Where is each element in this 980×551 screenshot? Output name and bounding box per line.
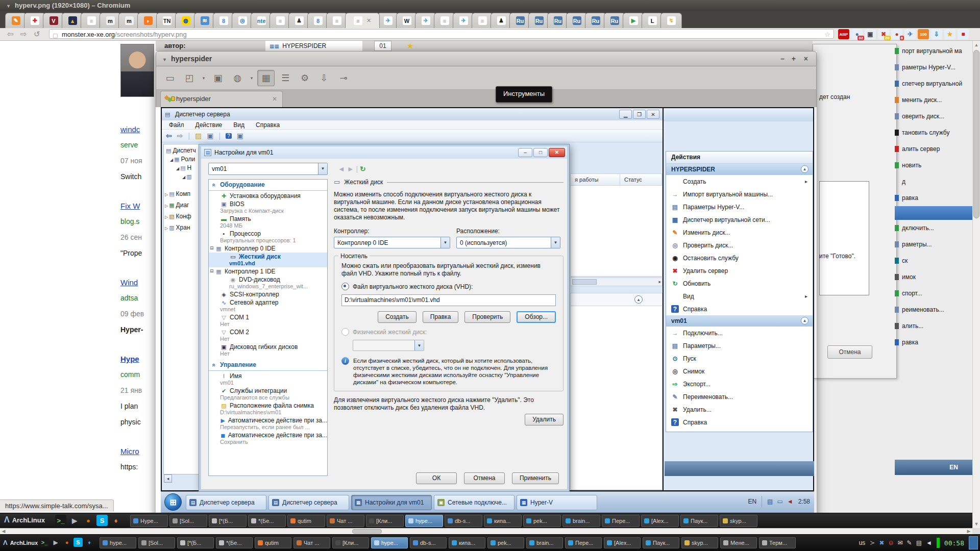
browser-tab[interactable]: ♟ ✕ bbox=[288, 13, 310, 28]
expander-icon[interactable]: ◢ bbox=[182, 175, 185, 180]
window-button[interactable]: db-s... bbox=[410, 537, 447, 548]
hardware-item[interactable]: ◉ DVD-дисковод ru_windows_7_enterprise_w… bbox=[209, 276, 327, 290]
launcher-icon[interactable]: S bbox=[96, 515, 108, 526]
edit-button[interactable]: Правка bbox=[423, 311, 459, 323]
expander-icon[interactable]: ▷ bbox=[165, 226, 168, 231]
minimize-button[interactable]: ▁ bbox=[619, 110, 632, 119]
create-button[interactable]: Создать bbox=[378, 311, 416, 323]
viewer-toolbar-button[interactable]: ⚙ bbox=[296, 70, 313, 86]
language-indicator[interactable]: EN bbox=[748, 498, 756, 505]
scroll-left-icon[interactable]: ◀ bbox=[0, 529, 7, 534]
background-action-item[interactable]: менить диск... bbox=[895, 92, 972, 108]
browser-tab[interactable]: ✎ ✕ bbox=[5, 13, 27, 28]
launcher-icon[interactable]: >_ bbox=[55, 515, 66, 526]
action-item[interactable]: ▦ Диспетчер виртуальной сети... bbox=[666, 213, 813, 226]
browser-tab[interactable]: Ru ✕ bbox=[604, 13, 625, 28]
window-button[interactable]: Чат ... bbox=[293, 537, 330, 548]
search-result-line[interactable]: blog.s bbox=[120, 217, 158, 226]
window-button[interactable]: [Alex... bbox=[604, 537, 641, 548]
management-item[interactable]: I Имя vm01 bbox=[209, 372, 327, 387]
browser-tab[interactable]: 8 ✕ bbox=[307, 13, 329, 28]
browser-tab[interactable]: ◎ ✕ bbox=[232, 13, 253, 28]
window-button[interactable]: Паук... bbox=[643, 537, 679, 548]
search-result-line[interactable]: 09 фев bbox=[120, 310, 158, 318]
background-action-item[interactable]: оверить диск... bbox=[895, 108, 972, 124]
chevron-down-icon[interactable]: ▼ bbox=[551, 237, 560, 248]
apply-button[interactable]: Применить bbox=[512, 472, 559, 484]
browser-tab[interactable]: Ru ✕ bbox=[547, 13, 569, 28]
action-item[interactable]: → Подключить... bbox=[666, 327, 813, 339]
vhd-radio[interactable] bbox=[341, 283, 349, 290]
background-action-item[interactable]: равка bbox=[895, 334, 972, 350]
window2-icon[interactable]: ▣ bbox=[237, 132, 243, 140]
browser-tab[interactable]: ✚ ✕ bbox=[24, 13, 45, 28]
keyboard-layout[interactable]: us bbox=[859, 539, 866, 546]
action-item[interactable]: → Импорт виртуальной машины... bbox=[666, 188, 813, 201]
window-menu-icon[interactable]: ▾ bbox=[7, 3, 10, 9]
tray-icon[interactable]: ✖ bbox=[879, 539, 884, 546]
back-icon[interactable]: ⇦ bbox=[166, 132, 172, 140]
browser-tab[interactable]: m ✕ bbox=[118, 13, 140, 28]
tray-icon[interactable]: ▤ bbox=[767, 498, 773, 505]
tree-scroll-left[interactable]: ◂ bbox=[164, 474, 172, 483]
back-button[interactable]: ⇦ bbox=[7, 28, 14, 40]
arch-menu[interactable]: Λ ArchLinux bbox=[3, 539, 38, 546]
column-header[interactable]: я работы bbox=[571, 174, 620, 185]
window-button[interactable]: *(Бе... bbox=[248, 515, 286, 527]
launcher-icon[interactable]: S bbox=[74, 538, 83, 547]
background-action-item[interactable]: раметры... bbox=[895, 236, 972, 253]
extension-icon[interactable]: ★ bbox=[944, 29, 955, 39]
viewer-toolbar-button[interactable]: ◍ bbox=[229, 70, 246, 86]
window-button[interactable]: кипа... bbox=[449, 537, 485, 548]
viewer-toolbar-button[interactable]: ▾ bbox=[200, 70, 207, 86]
search-result-line[interactable]: windc bbox=[120, 125, 158, 134]
window-button[interactable]: hype... bbox=[371, 537, 408, 548]
column-header[interactable]: Статус bbox=[620, 174, 662, 185]
background-action-item[interactable]: спетчер виртуальной bbox=[895, 76, 972, 92]
hardware-item[interactable]: ▪ Процессор Виртуальных процессоров: 1 bbox=[209, 230, 327, 244]
window-button[interactable]: Мене... bbox=[720, 537, 757, 548]
hardware-item[interactable]: ▭ Жесткий диск vm01.vhd bbox=[209, 253, 327, 267]
browse-button[interactable]: Обзор... bbox=[517, 311, 556, 323]
hardware-item[interactable]: ⊟ ▦ Контроллер 0 IDE bbox=[209, 244, 327, 253]
launcher-icon[interactable]: ● bbox=[62, 538, 71, 547]
window-button[interactable]: Пере... bbox=[565, 537, 602, 548]
expander-icon[interactable]: ▷ bbox=[165, 215, 168, 219]
browser-tab[interactable]: L ✕ bbox=[642, 13, 663, 28]
ok-button[interactable]: ОК bbox=[416, 472, 457, 484]
viewer-tab[interactable]: hyperspider ✕ bbox=[160, 91, 283, 107]
window-button[interactable]: Пере... bbox=[602, 515, 640, 527]
search-result-line[interactable]: 21 янв bbox=[120, 386, 158, 395]
tab-close-icon[interactable]: ✕ bbox=[366, 17, 371, 24]
reload-button[interactable]: ↺ bbox=[34, 28, 40, 40]
window-button[interactable]: [Sol... bbox=[138, 537, 175, 548]
browser-tab[interactable]: ▶ ✕ bbox=[623, 13, 644, 28]
hardware-item[interactable]: ▬ Память 2048 МБ bbox=[209, 215, 327, 230]
hardware-item[interactable]: ▣ Дисковод гибких дисков Нет bbox=[209, 343, 327, 358]
hardware-item[interactable]: ∿ Сетевой адаптер vmnet bbox=[209, 298, 327, 313]
search-result-line[interactable]: comm bbox=[120, 370, 158, 379]
browser-tab[interactable]: ≡ ✕ bbox=[472, 13, 493, 28]
taskbar-button[interactable]: ▦ Hyper-V bbox=[517, 495, 597, 510]
clock[interactable]: 00:58 bbox=[944, 539, 964, 547]
background-action-item[interactable] bbox=[895, 206, 972, 220]
window-button[interactable]: Чат ... bbox=[327, 515, 364, 527]
window-button[interactable]: brain... bbox=[526, 537, 563, 548]
search-result-line[interactable]: physic bbox=[120, 418, 158, 427]
browser-tab[interactable]: ≡ ✕ bbox=[81, 13, 102, 28]
window-button[interactable]: hype... bbox=[405, 515, 443, 527]
tray-icon[interactable]: ✉ bbox=[898, 539, 903, 546]
browser-tab[interactable]: ≡ ✕ bbox=[270, 13, 291, 28]
nav-forward-icon[interactable]: ► bbox=[347, 165, 354, 173]
viewer-toolbar-button[interactable]: ▭ bbox=[161, 70, 179, 86]
tab-close-icon[interactable]: ✕ bbox=[272, 91, 277, 107]
background-action-item[interactable]: алить... bbox=[895, 318, 972, 334]
hardware-item[interactable]: ⊟ ▦ Контроллер 1 IDE bbox=[209, 267, 327, 276]
action-item[interactable]: ◎ Снимок bbox=[666, 365, 813, 378]
browser-tab[interactable]: ≋ ✕ bbox=[194, 13, 215, 28]
browser-tab[interactable]: ≡ ✕ bbox=[434, 13, 455, 28]
expander-icon[interactable]: ▷ bbox=[165, 204, 168, 208]
browser-tab[interactable]: m ✕ bbox=[100, 13, 121, 28]
physical-disk-select[interactable]: ▼ bbox=[353, 340, 424, 351]
server-manager-titlebar[interactable]: ▤ Диспетчер сервера ▁ ❐ ✕ bbox=[162, 108, 663, 120]
